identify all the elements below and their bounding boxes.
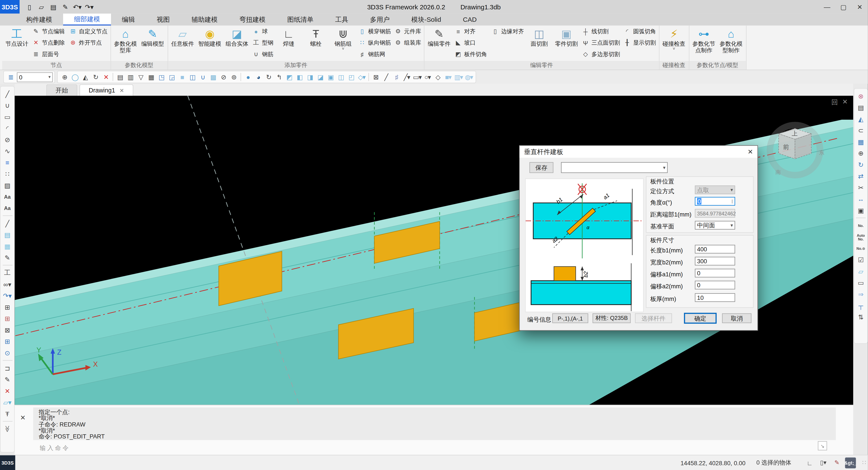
tb-draw-cube[interactable]: ■▾ <box>443 72 453 82</box>
lt-text-large[interactable]: Aa <box>1 191 13 202</box>
lt-separator[interactable] <box>2 265 12 266</box>
lt-line[interactable]: ╱ <box>1 88 13 100</box>
rt-flip-ends[interactable]: ⇅ <box>855 311 867 323</box>
ribbon-tab-模块-Solid[interactable]: 模块-Solid <box>401 14 452 26</box>
tb-layer-stack[interactable]: ▦ <box>146 72 156 82</box>
lt-spline[interactable]: ∿ <box>1 145 13 157</box>
rt-offset-curve[interactable]: ⊂ <box>855 125 867 136</box>
rt-mirror[interactable]: ◭ <box>855 113 867 125</box>
ribbon-btn-arc-corner-cut[interactable]: ◜圆弧切角 <box>622 26 657 36</box>
rt-clash-display[interactable]: ⊗ <box>855 90 867 102</box>
tb-hex-view[interactable]: ◇▾ <box>356 72 367 82</box>
width-b2-input[interactable]: 300 <box>695 257 735 265</box>
expand-command-icon[interactable]: ↘ <box>818 441 827 451</box>
lt-u-arc[interactable]: ∪ <box>1 100 13 111</box>
tb-delete[interactable]: ✕ <box>101 72 111 82</box>
ribbon-btn-explode-node[interactable]: ⊛炸开节点 <box>68 38 108 48</box>
sb-ucs[interactable]: ∟ <box>804 457 815 468</box>
ribbon-btn-assembly-library[interactable]: ⚙组装库 <box>393 38 422 48</box>
lt-separator[interactable] <box>2 215 12 216</box>
lt-more[interactable]: ≫ <box>2 423 13 435</box>
tb-u-profile-view[interactable]: ∪ <box>198 72 208 82</box>
ribbon-btn-clash-check[interactable]: ⚡碰撞检查˅ <box>661 26 687 61</box>
ribbon-tab-编辑[interactable]: 编辑 <box>111 14 146 26</box>
offset-a2-input[interactable]: 0 <box>695 281 735 289</box>
tb-draw-rect[interactable]: ▭▾ <box>412 72 423 82</box>
minimize-button[interactable]: — <box>819 0 835 14</box>
tb-separator[interactable] <box>113 73 114 81</box>
rt-move[interactable]: ⊕ <box>855 148 867 159</box>
close-button[interactable]: ✕ <box>852 0 868 14</box>
qa-new-file[interactable]: ▯ <box>24 1 35 12</box>
layers-icon[interactable]: ≣ <box>5 72 16 82</box>
lt-point-grid[interactable]: ∷ <box>1 168 13 180</box>
ribbon-tab-视图[interactable]: 视图 <box>146 14 181 26</box>
tb-draw-cylinder[interactable]: ◍▾ <box>464 72 474 82</box>
sb-console[interactable]: &gt;_ <box>845 457 856 468</box>
tb-corner-window-dash[interactable]: ◲ <box>166 72 177 82</box>
restore-view-icon[interactable]: 回 <box>831 98 838 107</box>
ribbon-btn-rebar-mesh[interactable]: ♯钢筋网 <box>357 49 392 59</box>
lt-solid-box[interactable]: ▦ <box>1 241 13 252</box>
tb-dashed-line[interactable]: ╱ <box>381 72 391 82</box>
angle-input[interactable]: 0 I <box>695 197 735 206</box>
ribbon-btn-custom-node[interactable]: ⊞自定义节点 <box>68 26 108 36</box>
base-plane-combo[interactable]: 中间面▾ <box>695 221 735 229</box>
close-view-icon[interactable]: ✕ <box>842 98 848 107</box>
tb-cube-view-5[interactable]: ▣ <box>326 72 336 82</box>
ribbon-btn-node-delete[interactable]: ✕节点删除 <box>31 38 66 48</box>
ribbon-tab-图纸清单[interactable]: 图纸清单 <box>276 14 324 26</box>
rt-number-find[interactable]: No.⊙ <box>855 243 867 254</box>
preset-combo[interactable]: ▾ <box>561 162 668 173</box>
lt-hatch[interactable]: ▨ <box>1 180 13 191</box>
ribbon-tab-工具[interactable]: 工具 <box>324 14 359 26</box>
rt-measure[interactable]: ↔ <box>855 193 867 205</box>
ribbon-btn-plate-corner-cut[interactable]: ◩板件切角 <box>453 49 488 59</box>
tb-draw-box[interactable]: ▥▾ <box>453 72 464 82</box>
lt-member-edit[interactable]: ✎ <box>1 252 13 263</box>
rt-array-grid[interactable]: ▦ <box>855 136 867 148</box>
tb-sphere-view[interactable]: ● <box>243 72 253 82</box>
app-logo[interactable]: 3D3S <box>0 0 20 14</box>
tb-x-construction[interactable]: ⊠ <box>371 72 381 82</box>
maximize-button[interactable]: ▢ <box>835 0 852 14</box>
tb-filter[interactable]: ▽ <box>135 72 146 82</box>
ribbon-btn-three-point-face-cut[interactable]: Ψ三点面切割 <box>581 38 621 48</box>
doc-tab-start[interactable]: 开始 <box>46 85 78 96</box>
ribbon-btn-rebar-group[interactable]: ⋓钢筋组˅ <box>330 26 356 61</box>
rt-export-arrow[interactable]: ⇒ <box>855 288 867 300</box>
rt-rename-box[interactable]: ▭ <box>855 277 867 288</box>
ribbon-btn-node-edit[interactable]: ✎节点编辑 <box>31 26 66 36</box>
layer-combo[interactable]: 0 ▾ <box>17 72 53 82</box>
numbering-info-button[interactable]: P-,1),(A-,1 <box>552 313 588 323</box>
ribbon-btn-part-cut[interactable]: ▣零件切割 <box>554 26 580 61</box>
tb-sphere-dark-view[interactable]: ◕ <box>253 72 264 82</box>
ribbon-btn-sphere[interactable]: ●球 <box>251 26 275 36</box>
qa-open-folder[interactable]: ▱ <box>36 1 47 12</box>
lt-member-find[interactable]: ⊙ <box>1 347 13 358</box>
ribbon-tab-多用户[interactable]: 多用户 <box>359 14 401 26</box>
tb-link-parts[interactable]: ⊘ <box>218 72 229 82</box>
tb-solid-table[interactable]: ▩ <box>208 72 218 82</box>
lt-text-small[interactable]: Aa <box>1 202 13 214</box>
close-command-icon[interactable]: ✕ <box>20 414 26 422</box>
ribbon-tab-构件建模[interactable]: 构件建模 <box>15 14 63 26</box>
ribbon-btn-face-cut[interactable]: ◫面切割 <box>526 26 552 61</box>
ribbon-btn-through-rebar[interactable]: ▯横穿钢筋 <box>357 26 392 36</box>
tb-move[interactable]: ⊕ <box>59 72 70 82</box>
viewcube-south-label[interactable]: 南 <box>775 169 781 175</box>
ribbon-btn-polygon-cut[interactable]: ◇多边形切割 <box>581 49 621 59</box>
ribbon-btn-edge-align[interactable]: ▯边缘对齐 <box>490 26 525 36</box>
thickness-input[interactable]: 10 <box>695 293 735 302</box>
tb-split-view[interactable]: ◫ <box>187 72 198 82</box>
lt-bend-member[interactable]: ↷▾ <box>1 290 13 302</box>
ribbon-btn-longitudinal-rebar[interactable]: ∷纵向钢筋 <box>357 38 392 48</box>
save-preset-button[interactable]: 保存 <box>530 162 554 173</box>
lt-node-edit[interactable]: ✎ <box>1 374 13 385</box>
tb-separator[interactable] <box>241 73 241 81</box>
rt-doc-copy[interactable]: ▤ <box>855 102 867 113</box>
qa-save-edit[interactable]: ✎ <box>60 1 71 12</box>
rt-tee-connect[interactable]: ┬ <box>855 300 867 311</box>
tb-cube-view-2[interactable]: ◧ <box>294 72 305 82</box>
tb-property-edit[interactable]: ▥ <box>125 72 135 82</box>
